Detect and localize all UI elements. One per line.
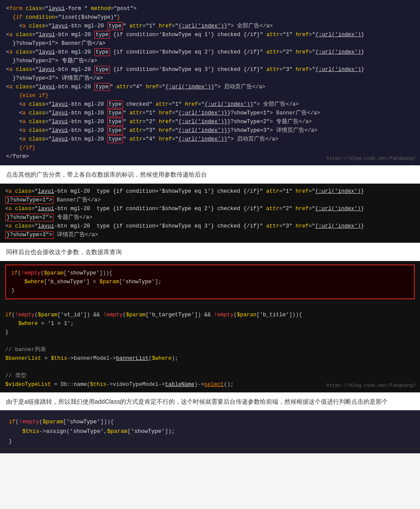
code-block-3: if(!empty($param['showType'])){ $where['…	[0, 261, 420, 392]
watermark-2: https://blog.csdn.net/fangkang7	[327, 382, 416, 390]
text-section-2: 同样后台也会接收这个参数，去数据库查询	[0, 243, 420, 261]
text-content-1: 点击其他的广告分类，带上各自在数据库的标识，然候使用参数传递给后台	[6, 171, 207, 178]
code-block-bottom: if(!empty($param['showType'])){ $this->a…	[0, 410, 420, 453]
red-border-code: if(!empty($param['showType'])){ $where['…	[5, 265, 415, 299]
text-section-3: 由于是a链接跳转，所以我们使用addClass的方式是肯定不行的，这个时候就需要…	[0, 392, 420, 411]
code-block-1: <form class="layui-form " method="post">…	[0, 0, 420, 165]
page-container: <form class="layui-form " method="post">…	[0, 0, 420, 453]
text-content-3: 由于是a链接跳转，所以我们使用addClass的方式是肯定不行的，这个时候就需要…	[6, 398, 388, 405]
watermark-1: https://blog.csdn.net/fangkang7	[327, 155, 416, 163]
text-content-2: 同样后台也会接收这个参数，去数据库查询	[6, 248, 122, 255]
code-block-2: <a class="layui-btn mgl-20 type {if cond…	[0, 184, 420, 243]
text-section-1: 点击其他的广告分类，带上各自在数据库的标识，然候使用参数传递给后台	[0, 165, 420, 184]
